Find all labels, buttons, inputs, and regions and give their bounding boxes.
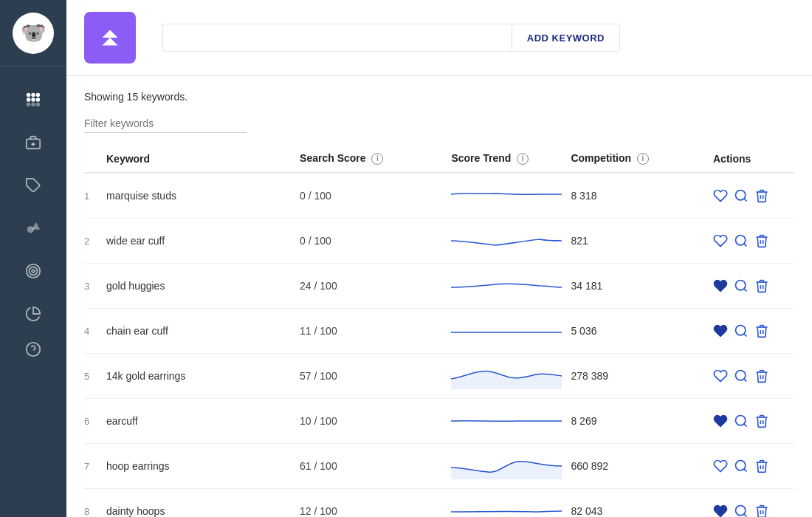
delete-icon[interactable] (754, 369, 769, 383)
delete-icon[interactable] (754, 414, 769, 428)
col-keyword: Keyword (106, 145, 300, 173)
analytics-icon (25, 306, 41, 322)
delete-icon[interactable] (754, 233, 769, 248)
col-search-score: Search Score i (300, 145, 451, 173)
table-row: 1 marquise studs 0 / 100 8 318 (84, 173, 794, 219)
delete-icon[interactable] (754, 323, 769, 338)
competition-info-icon[interactable]: i (637, 153, 649, 165)
sidebar-item-shapes[interactable] (0, 210, 66, 247)
delete-icon[interactable] (754, 188, 769, 203)
heart-icon[interactable] (713, 414, 728, 428)
actions-cell (713, 399, 794, 444)
sparkline (451, 363, 562, 389)
score-cell: 57 / 100 (300, 354, 451, 399)
row-number: 7 (84, 444, 106, 489)
row-number: 5 (84, 354, 106, 399)
delete-icon[interactable] (754, 459, 769, 473)
svg-point-17 (32, 270, 35, 273)
actions-cell (713, 173, 794, 219)
sidebar-item-help[interactable] (0, 338, 66, 375)
search-score-info-icon[interactable]: i (371, 153, 383, 165)
heart-icon[interactable] (713, 369, 728, 383)
svg-line-27 (744, 334, 747, 337)
store-icon (25, 134, 41, 151)
svg-point-1 (31, 93, 35, 97)
table-header-row: Keyword Search Score i Score Trend i Com… (84, 145, 794, 173)
sidebar-item-target[interactable] (0, 253, 66, 290)
sparkline (451, 498, 562, 517)
trend-cell (451, 309, 571, 354)
add-keyword-button[interactable]: ADD KEYWORD (512, 24, 620, 52)
row-number: 3 (84, 264, 106, 309)
score-cell: 24 / 100 (300, 264, 451, 309)
trend-cell (451, 354, 571, 399)
search-icon[interactable] (734, 233, 749, 248)
keyword-cell: 14k gold earrings (106, 354, 300, 399)
svg-line-29 (744, 379, 747, 382)
search-icon[interactable] (734, 278, 749, 293)
svg-line-35 (744, 514, 747, 517)
main-content: ADD KEYWORD Showing 15 keywords. Keyword… (66, 0, 812, 517)
search-icon[interactable] (734, 323, 749, 338)
svg-point-0 (27, 93, 31, 97)
col-score-trend: Score Trend i (451, 145, 571, 173)
delete-icon[interactable] (754, 278, 769, 293)
search-icon[interactable] (734, 188, 749, 203)
sidebar-item-dashboard[interactable] (0, 81, 66, 118)
search-icon[interactable] (734, 459, 749, 473)
action-icons-group (713, 414, 785, 428)
trend-cell (451, 173, 571, 219)
table-row: 3 gold huggies 24 / 100 34 181 (84, 264, 794, 309)
heart-icon[interactable] (713, 459, 728, 473)
heart-icon[interactable] (713, 233, 728, 248)
keyword-search-input[interactable] (162, 24, 512, 52)
score-cell: 0 / 100 (300, 219, 451, 264)
tags-icon (25, 177, 41, 194)
filter-keywords-input[interactable] (84, 114, 247, 133)
action-icons-group (713, 323, 785, 338)
svg-line-25 (744, 289, 747, 292)
trend-cell (451, 219, 571, 264)
keyword-cell: chain ear cuff (106, 309, 300, 354)
heart-icon[interactable] (713, 188, 728, 203)
keyword-cell: marquise studs (106, 173, 300, 219)
svg-point-2 (36, 93, 40, 97)
search-icon[interactable] (734, 369, 749, 383)
search-icon[interactable] (734, 414, 749, 428)
svg-line-21 (744, 199, 747, 202)
heart-icon[interactable] (713, 504, 728, 517)
trend-cell (451, 264, 571, 309)
svg-point-28 (736, 371, 746, 380)
score-cell: 61 / 100 (300, 444, 451, 489)
svg-point-16 (30, 267, 38, 275)
sparkline (451, 408, 562, 434)
sparkline (451, 318, 562, 344)
actions-cell (713, 354, 794, 399)
row-number: 8 (84, 489, 106, 517)
heart-icon[interactable] (713, 323, 728, 338)
svg-point-26 (736, 326, 746, 335)
search-area: ADD KEYWORD (162, 24, 620, 52)
target-icon (25, 263, 41, 279)
svg-point-20 (736, 191, 746, 200)
sidebar-item-analytics[interactable] (0, 295, 66, 332)
competition-cell: 82 043 (571, 489, 713, 517)
delete-icon[interactable] (754, 504, 769, 517)
table-row: 2 wide ear cuff 0 / 100 821 (84, 219, 794, 264)
search-icon[interactable] (734, 504, 749, 517)
score-trend-info-icon[interactable]: i (517, 153, 529, 165)
heart-icon[interactable] (713, 278, 728, 293)
svg-point-5 (36, 97, 40, 102)
svg-point-34 (736, 506, 746, 516)
sidebar-item-tags[interactable] (0, 167, 66, 204)
koala-icon: 🐨 (21, 21, 47, 45)
col-num (84, 145, 106, 173)
actions-cell (713, 219, 794, 264)
score-cell: 0 / 100 (300, 173, 451, 219)
row-number: 4 (84, 309, 106, 354)
row-number: 1 (84, 173, 106, 219)
action-icons-group (713, 369, 785, 383)
col-competition: Competition i (571, 145, 713, 173)
sidebar-item-store[interactable] (0, 124, 66, 161)
trend-cell (451, 444, 571, 489)
